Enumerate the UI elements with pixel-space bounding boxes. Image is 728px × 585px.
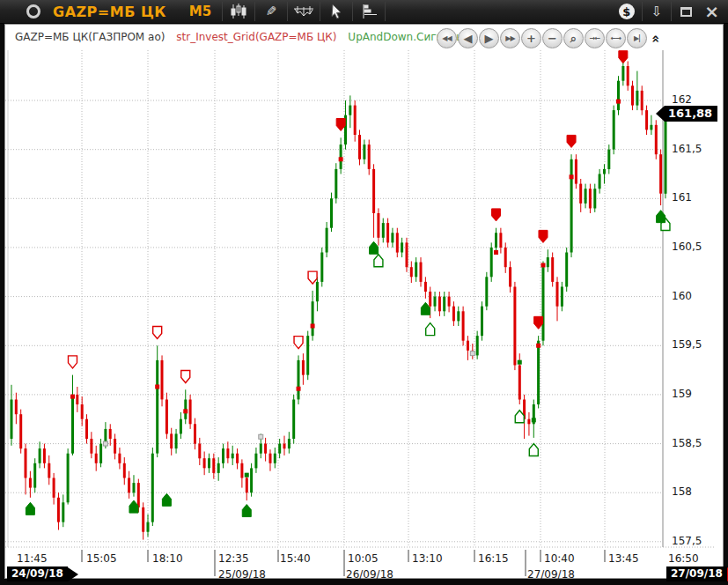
sell-entry-icon xyxy=(183,409,188,413)
sell-entry-icon xyxy=(570,174,574,179)
price-tick-label: 159 xyxy=(672,388,692,400)
separator xyxy=(222,2,223,21)
sell-signal-icon xyxy=(619,51,628,63)
time-tick-label: 16:50 xyxy=(668,552,699,565)
date-end-badge: 27/09/18 xyxy=(666,566,728,581)
time-tick-label: 16:15 xyxy=(478,552,509,565)
price-tick-label: 162 xyxy=(672,93,692,106)
candlestick-chart-icon[interactable] xyxy=(226,1,251,22)
time-tick-label: 10:05 xyxy=(348,552,379,565)
titlebar[interactable]: GAZP=МБ ЦК M5 ✎ xyxy=(0,0,728,24)
buy-entry-icon xyxy=(518,360,522,365)
sell-signal-open-icon xyxy=(153,326,162,338)
sell-signal-icon xyxy=(567,135,576,147)
restore-window-icon[interactable] xyxy=(680,7,692,17)
separator xyxy=(642,2,643,21)
last-price-label: 161,88 xyxy=(656,106,717,122)
price-tick-label: 158 xyxy=(672,485,692,498)
flat-marker-icon xyxy=(103,441,107,446)
buy-signal-icon xyxy=(26,502,34,515)
time-tick-label: 10:40 xyxy=(544,552,575,565)
time-tick-label: 13:10 xyxy=(412,552,443,565)
sell-entry-icon xyxy=(297,387,301,391)
buy-signal-icon xyxy=(129,500,138,513)
sell-signal-icon xyxy=(336,119,345,131)
candlestick-chart[interactable] xyxy=(5,25,724,580)
date-label: 25/09/18 xyxy=(218,568,266,581)
sell-signal-icon xyxy=(534,316,543,329)
price-tick-label: 161 xyxy=(672,191,692,204)
sell-entry-icon xyxy=(540,263,545,267)
sell-entry-icon xyxy=(536,344,540,348)
date-start-badge: 24/09/18 xyxy=(7,566,78,581)
sell-entry-icon xyxy=(616,100,621,104)
titlebar-symbol: GAZP=МБ ЦК xyxy=(53,4,166,20)
tag-tail-icon xyxy=(68,567,78,581)
flat-marker-icon xyxy=(259,434,263,439)
date-label: 26/09/18 xyxy=(346,568,393,581)
separator xyxy=(352,2,353,21)
separator xyxy=(254,2,255,21)
price-tick-label: 158,5 xyxy=(672,437,702,449)
connection-ring-icon xyxy=(26,4,40,19)
chart-panel: GAZP=МБ ЦК(ГАЗПРОМ ао) str_Invest_Grid(G… xyxy=(4,24,724,579)
separator xyxy=(385,2,386,21)
time-tick-label: 11:45 xyxy=(17,552,48,565)
price-tick-label: 159,5 xyxy=(672,338,702,351)
buy-signal-icon xyxy=(370,241,379,254)
buy-signal-icon xyxy=(421,302,430,315)
buy-signal-open-icon xyxy=(374,255,383,267)
buy-entry-icon xyxy=(245,473,249,478)
pencil-icon[interactable]: ✎ xyxy=(259,1,283,22)
buy-signal-open-icon xyxy=(426,323,435,336)
buy-signal-icon xyxy=(162,493,171,506)
money-icon[interactable]: $ xyxy=(619,4,635,19)
sell-signal-icon xyxy=(492,209,501,221)
time-tick-label: 15:05 xyxy=(86,552,117,565)
buy-signal-icon xyxy=(657,211,665,223)
flat-marker-icon xyxy=(470,352,474,356)
price-arrow-icon xyxy=(656,106,665,122)
close-icon[interactable]: × xyxy=(704,3,719,20)
time-tick-label: 12:35 xyxy=(218,552,249,565)
sell-signal-open-icon xyxy=(294,337,303,349)
buy-signal-open-icon xyxy=(515,411,524,423)
time-tick-label: 15:40 xyxy=(280,552,311,565)
sell-entry-icon xyxy=(155,384,159,389)
time-tick-label: 18:10 xyxy=(152,552,183,565)
sell-entry-icon xyxy=(339,157,343,161)
buy-signal-open-icon xyxy=(529,444,538,456)
cursor-icon[interactable] xyxy=(324,1,349,22)
price-tick-label: 157,5 xyxy=(672,535,702,547)
download-arrow-icon[interactable]: ⇩ xyxy=(651,4,663,19)
price-tick-label: 160 xyxy=(672,290,692,302)
titlebar-timeframe[interactable]: M5 xyxy=(189,4,211,19)
time-tick-label: 13:45 xyxy=(608,552,639,565)
buy-signal-icon xyxy=(242,505,251,517)
sell-entry-icon xyxy=(494,250,498,255)
terminal-window: GAZP=МБ ЦК M5 ✎ xyxy=(0,0,728,585)
price-tick-label: 161,5 xyxy=(672,143,702,155)
separator xyxy=(671,2,672,21)
sell-signal-open-icon xyxy=(181,371,190,383)
sell-entry-icon xyxy=(70,395,75,399)
separator xyxy=(287,2,288,21)
sell-entry-icon xyxy=(311,323,315,328)
price-tick-label: 160,5 xyxy=(672,241,702,253)
sell-signal-icon xyxy=(539,230,548,242)
date-label: 27/09/18 xyxy=(527,568,575,581)
equity-curve-icon[interactable] xyxy=(291,1,316,22)
sell-signal-open-icon xyxy=(68,356,77,368)
buy-entry-icon xyxy=(532,418,536,422)
market-depth-icon[interactable] xyxy=(357,1,381,22)
separator xyxy=(320,2,320,21)
sell-signal-open-icon xyxy=(308,271,317,284)
